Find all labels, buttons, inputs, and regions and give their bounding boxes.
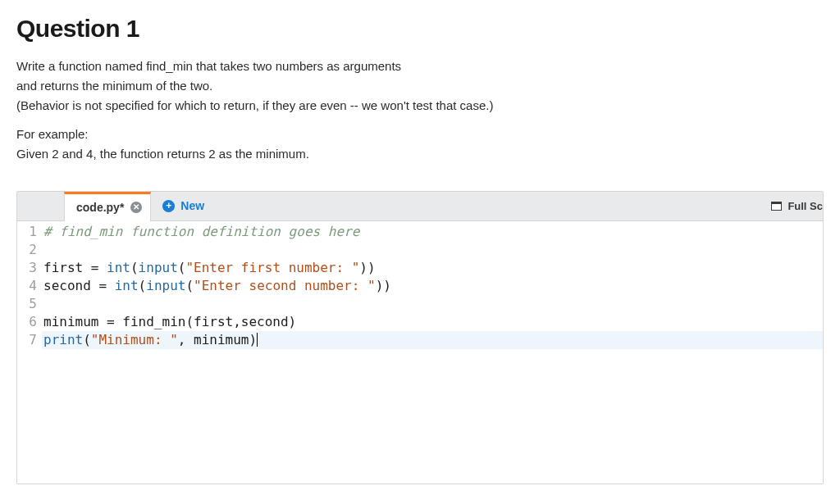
code-token: minimum = find_min(first,second): [43, 314, 296, 329]
tab-label: code.py*: [76, 201, 124, 214]
code-line[interactable]: [43, 241, 823, 259]
line-number: 7: [17, 331, 37, 349]
code-token: "Enter second number: ": [194, 278, 376, 293]
code-content[interactable]: # find_min function definition goes here…: [42, 221, 823, 484]
question-prompt: Write a function named find_min that tak…: [16, 57, 824, 163]
code-line[interactable]: # find_min function definition goes here: [43, 223, 823, 241]
fullscreen-label: Full Sc: [788, 200, 823, 212]
line-number: 5: [17, 295, 37, 313]
prompt-line: Write a function named find_min that tak…: [16, 57, 824, 75]
code-token: input: [139, 260, 178, 275]
code-line[interactable]: first = int(input("Enter first number: "…: [43, 259, 823, 277]
plus-icon: +: [162, 200, 175, 212]
prompt-line: and returns the minimum of the two.: [16, 77, 824, 95]
code-editor: code.py* ✕ + New Full Sc 1234567 # find_…: [16, 191, 824, 484]
tabbar-left-pad: [17, 192, 64, 220]
new-tab-button[interactable]: + New: [151, 192, 216, 220]
code-token: first =: [43, 260, 107, 275]
line-number: 1: [17, 223, 37, 241]
code-token: # find_min function definition goes here: [43, 224, 359, 239]
code-line[interactable]: print("Minimum: ", minimum): [42, 331, 823, 349]
line-number: 4: [17, 277, 37, 295]
prompt-line: (Behavior is not specified for which to …: [16, 97, 824, 115]
close-icon[interactable]: ✕: [130, 202, 142, 213]
line-number: 6: [17, 313, 37, 331]
code-token: "Enter first number: ": [185, 260, 359, 275]
code-token: "Minimum: ": [91, 332, 178, 347]
new-tab-label: New: [180, 199, 204, 212]
code-token: (: [83, 332, 91, 347]
prompt-line: Given 2 and 4, the function returns 2 as…: [16, 145, 824, 163]
code-token: int: [107, 260, 130, 275]
code-line[interactable]: [43, 295, 823, 313]
code-token: , minimum): [178, 332, 257, 347]
line-number-gutter: 1234567: [17, 221, 42, 484]
code-token: int: [115, 278, 139, 293]
code-token: second =: [43, 278, 115, 293]
code-token: input: [146, 278, 185, 293]
code-token: )): [359, 260, 375, 275]
page-root: Question 1 Write a function named find_m…: [0, 0, 840, 484]
code-area[interactable]: 1234567 # find_min function definition g…: [17, 221, 823, 484]
line-number: 3: [17, 259, 37, 277]
prompt-line: For example:: [16, 125, 824, 143]
code-token: (: [130, 260, 139, 275]
code-token: )): [376, 278, 391, 293]
code-token: (: [139, 278, 147, 293]
line-number: 2: [17, 241, 37, 259]
code-token: print: [43, 332, 83, 347]
fullscreen-icon: [771, 202, 782, 211]
code-line[interactable]: minimum = find_min(first,second): [43, 313, 823, 331]
code-token: (: [185, 278, 194, 293]
editor-tabbar: code.py* ✕ + New Full Sc: [17, 192, 823, 221]
code-token: (: [178, 260, 186, 275]
code-line[interactable]: second = int(input("Enter second number:…: [43, 277, 823, 295]
fullscreen-button[interactable]: Full Sc: [763, 192, 823, 220]
question-title: Question 1: [16, 15, 824, 43]
text-caret: [257, 333, 258, 347]
tabbar-spacer: [216, 192, 763, 220]
tab-active-file[interactable]: code.py* ✕: [64, 192, 151, 221]
